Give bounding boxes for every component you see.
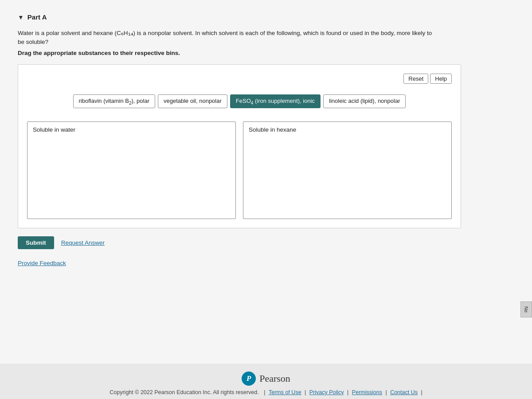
draggable-chip-vegetable-oil[interactable]: vegetable oil, nonpolar [158, 94, 227, 109]
drop-zone-hexane-label: Soluble in hexane [249, 126, 446, 133]
copyright-text: Copyright © 2022 Pearson Education Inc. … [110, 389, 258, 395]
part-header: ▼ Part A [18, 13, 514, 21]
question-text: Water is a polar solvent and hexane (C₆H… [18, 29, 439, 47]
drop-zones-container: Soluble in water Soluble in hexane [27, 121, 452, 219]
contact-us-link[interactable]: Contact Us [390, 389, 418, 395]
next-button[interactable]: Ne [520, 301, 532, 317]
privacy-policy-link[interactable]: Privacy Policy [309, 389, 344, 395]
pearson-p-icon: P [242, 372, 256, 386]
reset-help-row: Reset Help [27, 74, 452, 84]
drop-zone-water-label: Soluble in water [33, 126, 230, 133]
pearson-name: Pearson [259, 373, 290, 384]
action-row: Submit Request Answer [18, 236, 461, 249]
help-button[interactable]: Help [430, 74, 452, 84]
pearson-logo: P Pearson [0, 372, 532, 386]
footer-links: Copyright © 2022 Pearson Education Inc. … [0, 389, 532, 395]
draggable-chip-linoleic[interactable]: linoleic acid (lipid), nonpolar [323, 94, 406, 109]
main-content: ▼ Part A Water is a polar solvent and he… [0, 0, 532, 364]
draggable-chip-riboflavin[interactable]: riboflavin (vitamin B2), polar [73, 94, 155, 109]
drop-zone-hexane[interactable]: Soluble in hexane [243, 121, 452, 219]
terms-of-use-link[interactable]: Terms of Use [269, 389, 301, 395]
drop-zone-water[interactable]: Soluble in water [27, 121, 236, 219]
provide-feedback-link[interactable]: Provide Feedback [18, 260, 66, 266]
feedback-row: Provide Feedback [18, 259, 514, 267]
draggable-chip-feso4[interactable]: FeSO4 (iron supplement), ionic [230, 94, 321, 109]
drag-area: Reset Help riboflavin (vitamin B2), pola… [18, 64, 461, 229]
question-instruction: Drag the appropriate substances to their… [18, 50, 514, 56]
collapse-arrow[interactable]: ▼ [18, 14, 24, 21]
draggable-items-container: riboflavin (vitamin B2), polar vegetable… [27, 94, 452, 109]
reset-button[interactable]: Reset [403, 74, 428, 84]
part-title: Part A [27, 13, 47, 21]
footer: P Pearson Copyright © 2022 Pearson Educa… [0, 364, 532, 399]
request-answer-link[interactable]: Request Answer [61, 239, 105, 246]
permissions-link[interactable]: Permissions [352, 389, 382, 395]
submit-button[interactable]: Submit [18, 236, 54, 249]
